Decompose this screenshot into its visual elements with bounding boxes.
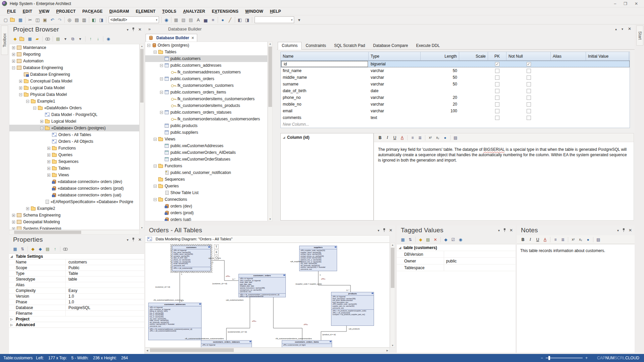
tree-item[interactable]: «database connection» orders (uat) bbox=[9, 192, 139, 198]
menu-window[interactable]: WINDOW bbox=[242, 8, 266, 15]
expander-icon[interactable]: − bbox=[154, 138, 157, 141]
column-header-type[interactable]: Type bbox=[369, 52, 421, 60]
expander-icon[interactable]: − bbox=[154, 51, 157, 54]
new-file-icon[interactable]: ▢ bbox=[2, 16, 9, 23]
tree-item[interactable]: +Queries bbox=[9, 152, 139, 158]
column-notes-text[interactable]: The primary key field for 'customers' ta… bbox=[374, 142, 634, 163]
diagram-table-products[interactable]: products«PK» id: bigserialshort_descript… bbox=[331, 292, 374, 326]
close-icon[interactable]: ✕ bbox=[509, 228, 513, 233]
menu-package[interactable]: PACKAGE bbox=[79, 8, 106, 15]
table-row[interactable]: mobile_novarchar20 bbox=[281, 101, 630, 108]
grid-cell[interactable] bbox=[551, 74, 586, 81]
move-tool-icon[interactable]: ✛ bbox=[214, 250, 219, 254]
tab-database-compare[interactable]: Database Compare bbox=[369, 42, 412, 50]
property-row[interactable]: Filename bbox=[9, 311, 144, 316]
search-combo[interactable]: ▾ bbox=[255, 16, 294, 23]
property-value[interactable]: table bbox=[65, 277, 144, 282]
chevron-double-icon[interactable]: » bbox=[148, 26, 151, 32]
tree-item[interactable]: «database connection» orders (dev) bbox=[9, 178, 139, 185]
grid-cell[interactable]: varchar bbox=[369, 101, 421, 108]
edit-tag-icon[interactable]: ▤ bbox=[425, 237, 431, 243]
property-value[interactable] bbox=[65, 311, 144, 316]
tagged-group-row[interactable]: ◢table (customers) bbox=[397, 244, 516, 251]
expander-icon[interactable]: + bbox=[47, 154, 50, 157]
tree-item[interactable]: +Schema Engineering bbox=[9, 212, 139, 219]
tree-item[interactable]: −public.customers_orders_statuses bbox=[145, 109, 267, 116]
grid-cell[interactable] bbox=[488, 94, 506, 101]
grid-cell[interactable] bbox=[586, 94, 629, 101]
property-group-advanced[interactable]: ▷Advanced bbox=[9, 322, 144, 328]
column-header-initial-value[interactable]: Initial Value bbox=[586, 52, 629, 60]
zoom-out-icon[interactable]: − bbox=[541, 356, 543, 360]
expander-icon[interactable]: − bbox=[40, 127, 43, 130]
panel-menu-icon[interactable]: ▾ bbox=[127, 238, 128, 242]
grid-cell[interactable] bbox=[459, 74, 488, 81]
help-sphere-icon[interactable]: ◉ bbox=[105, 36, 112, 42]
scroll-up-icon[interactable]: ▲ bbox=[268, 43, 272, 45]
expander-icon[interactable]: − bbox=[33, 107, 36, 110]
grid-cell[interactable]: first_name bbox=[281, 67, 369, 74]
bold-icon[interactable]: B bbox=[520, 237, 526, 243]
tag-value[interactable]: public bbox=[444, 258, 516, 264]
grid-cell[interactable] bbox=[459, 114, 488, 121]
new-folder-icon[interactable] bbox=[19, 36, 26, 42]
tree-item[interactable]: Database Engineering bbox=[9, 71, 139, 78]
expander-icon[interactable]: − bbox=[160, 64, 163, 67]
pin-icon[interactable] bbox=[132, 27, 135, 32]
diagram-vertical-scrollbar[interactable]: ▲ ▼ bbox=[390, 243, 395, 348]
tree-item[interactable]: −Database Engineering bbox=[9, 64, 139, 71]
tab-close-icon[interactable]: ✕ bbox=[191, 36, 194, 40]
menu-edit[interactable]: EDIT bbox=[20, 8, 35, 15]
checkbox-icon[interactable] bbox=[495, 116, 499, 120]
property-row[interactable]: Version1.0 bbox=[9, 294, 144, 299]
checkbox-icon[interactable] bbox=[495, 89, 499, 93]
grid-cell[interactable]: 100 bbox=[421, 108, 459, 114]
property-row[interactable]: Stereotypetable bbox=[9, 277, 144, 282]
tree-item[interactable]: fk_customersordersitems_customersorders bbox=[145, 96, 267, 102]
grid-cell[interactable] bbox=[586, 67, 629, 74]
tree-item[interactable]: −Tables bbox=[145, 49, 267, 55]
grid-cell[interactable]: comments bbox=[281, 114, 369, 121]
tree-item[interactable]: +Maintenance bbox=[9, 44, 139, 51]
property-value[interactable]: customers bbox=[65, 259, 144, 265]
scroll-left-icon[interactable]: ◀ bbox=[146, 349, 149, 352]
dropdown-icon[interactable]: ▾ bbox=[77, 36, 84, 42]
tree-item[interactable]: orders (uat) bbox=[145, 216, 267, 221]
checkbox-icon[interactable] bbox=[495, 109, 499, 113]
import-db-icon[interactable]: ◨ bbox=[98, 16, 105, 23]
tree-item[interactable]: +Views bbox=[9, 172, 139, 178]
grid-cell[interactable]: varchar bbox=[369, 67, 421, 74]
help-sphere-icon[interactable]: ◉ bbox=[163, 16, 170, 23]
checkbox-icon[interactable] bbox=[527, 116, 531, 120]
expander-icon[interactable]: + bbox=[12, 214, 15, 217]
grid-cell[interactable] bbox=[586, 87, 629, 94]
sort-az-icon[interactable]: ⇅ bbox=[19, 246, 26, 252]
generate-ddl-icon[interactable]: ◧ bbox=[90, 16, 98, 23]
close-icon[interactable]: ✕ bbox=[629, 228, 632, 233]
grid-cell[interactable] bbox=[421, 87, 459, 94]
tree-item[interactable]: Orders - All Objects bbox=[9, 138, 139, 145]
grid-cell[interactable]: bigserial bbox=[369, 61, 421, 67]
checkbox-checked-icon[interactable]: ✓ bbox=[527, 62, 531, 66]
sort-az-icon[interactable]: ⇅ bbox=[407, 237, 414, 243]
grid-cell[interactable]: 20 bbox=[421, 101, 459, 108]
grid-cell[interactable] bbox=[459, 87, 488, 94]
menu-analyzer[interactable]: ANALYZER bbox=[180, 8, 208, 15]
pin-icon[interactable] bbox=[622, 228, 625, 233]
grid-cell[interactable] bbox=[459, 94, 488, 101]
property-value[interactable] bbox=[65, 282, 144, 288]
delete-tag-icon[interactable]: ✕ bbox=[432, 237, 439, 243]
database-builder-scrollbar[interactable]: ▲ ▼ bbox=[268, 42, 273, 221]
dropdown-icon[interactable]: ▾ bbox=[296, 16, 303, 23]
close-icon[interactable]: ✕ bbox=[138, 27, 142, 32]
tree-item[interactable]: public.vwCustomerOrderStatuses bbox=[145, 156, 267, 163]
project-browser-horizontal-scrollbar[interactable] bbox=[9, 230, 140, 235]
subscript-icon[interactable]: x₂ bbox=[577, 237, 584, 243]
diagram-table-customers_orders_statuses[interactable]: customers_orders_statuses«PK» id: bigser… bbox=[201, 340, 252, 348]
superscript-icon[interactable]: x² bbox=[427, 135, 434, 141]
checkbox-icon[interactable] bbox=[527, 75, 531, 80]
grid-cell[interactable] bbox=[506, 67, 551, 74]
zoom-slider[interactable] bbox=[546, 358, 583, 358]
tree-item[interactable]: +Automation bbox=[9, 58, 139, 64]
column-header-alias[interactable]: Alias bbox=[551, 52, 586, 60]
